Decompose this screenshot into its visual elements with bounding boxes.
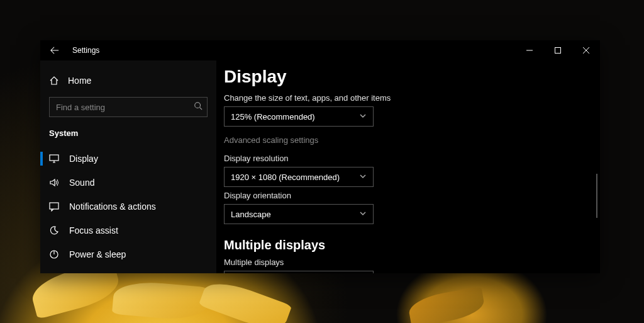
resolution-label: Display resolution xyxy=(224,154,587,163)
scale-label: Change the size of text, apps, and other… xyxy=(224,93,587,103)
moon-icon xyxy=(49,225,59,235)
sidebar-item-sound[interactable]: Sound xyxy=(40,171,216,195)
multiple-displays-title: Multiple displays xyxy=(224,238,587,252)
advanced-scaling-link[interactable]: Advanced scaling settings xyxy=(224,135,318,145)
window-title: Settings xyxy=(72,46,99,55)
search-field[interactable] xyxy=(49,97,208,117)
back-button[interactable] xyxy=(48,44,61,57)
sidebar-item-power[interactable]: Power & sleep xyxy=(40,242,216,266)
sidebar-item-label: Focus assist xyxy=(69,225,118,235)
content-area: Display Change the size of text, apps, a… xyxy=(216,60,600,273)
sidebar-item-label: Power & sleep xyxy=(69,249,126,259)
home-label: Home xyxy=(68,76,91,86)
svg-rect-2 xyxy=(50,155,58,161)
monitor-icon xyxy=(49,154,59,164)
minimize-button[interactable] xyxy=(515,40,543,60)
category-label: System xyxy=(40,123,216,147)
sidebar-item-display[interactable]: Display xyxy=(40,147,216,171)
maximize-icon xyxy=(555,47,561,54)
scale-value: 125% (Recommended) xyxy=(231,112,315,122)
multiple-displays-label: Multiple displays xyxy=(224,258,587,267)
maximize-button[interactable] xyxy=(543,40,572,60)
orientation-label: Display orientation xyxy=(224,191,587,200)
sidebar-item-label: Display xyxy=(69,154,98,164)
arrow-left-icon xyxy=(50,46,59,55)
nav-list: Display Sound Notifications & actions xyxy=(40,147,216,266)
svg-rect-0 xyxy=(555,48,560,54)
power-icon xyxy=(49,249,59,259)
chevron-down-icon xyxy=(359,171,367,183)
close-icon xyxy=(583,47,589,54)
titlebar: Settings xyxy=(40,40,600,60)
home-link[interactable]: Home xyxy=(40,69,216,92)
multiple-displays-dropdown[interactable]: Extend these displays xyxy=(224,271,374,273)
chevron-down-icon xyxy=(359,111,367,122)
sidebar-item-label: Sound xyxy=(69,178,94,188)
message-icon xyxy=(49,201,59,212)
orientation-dropdown[interactable]: Landscape xyxy=(224,204,374,224)
sidebar-item-focus-assist[interactable]: Focus assist xyxy=(40,218,216,242)
orientation-value: Landscape xyxy=(231,210,271,219)
scale-dropdown[interactable]: 125% (Recommended) xyxy=(224,106,374,127)
settings-window: Settings Home xyxy=(40,40,600,273)
home-icon xyxy=(49,76,59,86)
speaker-icon xyxy=(49,178,59,188)
sidebar-item-label: Notifications & actions xyxy=(69,201,156,212)
minimize-icon xyxy=(526,47,533,54)
page-title: Display xyxy=(224,67,587,87)
window-controls xyxy=(515,40,600,60)
sidebar: Home System Display xyxy=(40,60,216,273)
sidebar-item-notifications[interactable]: Notifications & actions xyxy=(40,195,216,218)
resolution-dropdown[interactable]: 1920 × 1080 (Recommended) xyxy=(224,167,374,187)
resolution-value: 1920 × 1080 (Recommended) xyxy=(231,173,340,182)
svg-rect-3 xyxy=(50,203,58,209)
scrollbar[interactable] xyxy=(596,174,597,218)
chevron-down-icon xyxy=(359,208,367,220)
close-button[interactable] xyxy=(572,40,600,60)
search-input[interactable] xyxy=(49,97,208,117)
